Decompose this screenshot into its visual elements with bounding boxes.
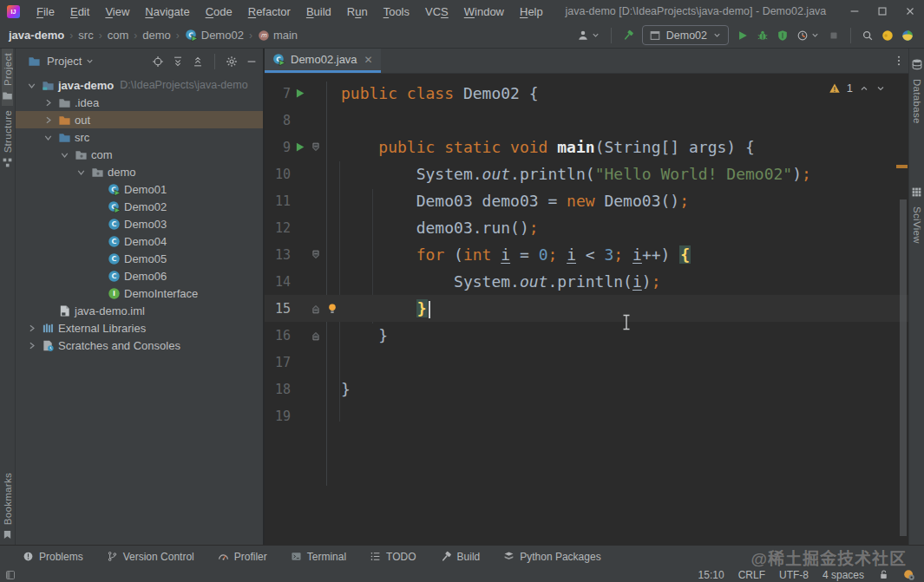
line-number[interactable]: 7 — [265, 86, 291, 101]
tool-stripe-button-sciview[interactable]: SciView — [911, 182, 922, 248]
menu-run[interactable]: Run — [339, 1, 376, 23]
line-number[interactable]: 9 — [265, 140, 291, 155]
select-opened-file-button[interactable] — [152, 56, 164, 68]
status-indent-config[interactable]: 4 spaces — [822, 569, 864, 581]
expand-all-button[interactable] — [172, 56, 184, 68]
tool-window-button-profiler[interactable]: Profiler — [218, 551, 267, 563]
tool-window-button-terminal[interactable]: Terminal — [291, 551, 346, 563]
settings-circle-icon[interactable] — [903, 569, 915, 581]
tool-window-button-python-packages[interactable]: Python Packages — [503, 551, 600, 563]
breadcrumb-item-demo[interactable]: demo — [142, 29, 171, 42]
line-number[interactable]: 13 — [265, 247, 291, 263]
status-file-encoding[interactable]: UTF-8 — [779, 569, 809, 581]
tree-item-demo01[interactable]: CDemo01 — [16, 180, 263, 198]
menu-help[interactable]: Help — [512, 1, 551, 23]
fold-up-icon[interactable] — [308, 303, 324, 315]
breadcrumb-item-com[interactable]: com — [108, 29, 129, 42]
tree-item--idea[interactable]: .idea — [16, 94, 263, 111]
menu-navigate[interactable]: Navigate — [137, 1, 197, 23]
tree-item-java-demo-iml[interactable]: java-demo.iml — [16, 302, 263, 319]
tree-chevron-open-icon[interactable] — [73, 167, 89, 178]
menu-edit[interactable]: Edit — [62, 1, 97, 23]
code-line-10[interactable]: 10 System.out.println("Hello World! Demo… — [265, 160, 908, 187]
tool-window-button-problems[interactable]: Problems — [23, 551, 83, 563]
run-button[interactable] — [737, 29, 749, 42]
tree-item-com[interactable]: com — [16, 146, 263, 163]
tree-chevron-closed-icon[interactable] — [40, 97, 56, 108]
run-line-icon[interactable] — [291, 141, 308, 153]
warning-stripe-mark[interactable] — [896, 165, 908, 168]
tree-item-src[interactable]: src — [16, 128, 263, 146]
line-number[interactable]: 18 — [265, 382, 291, 397]
line-number[interactable]: 11 — [265, 193, 291, 209]
tool-window-button-version-control[interactable]: Version Control — [107, 551, 194, 563]
menu-window[interactable]: Window — [456, 1, 512, 23]
inspection-widget[interactable]: 1 — [829, 82, 886, 95]
tree-item-demo05[interactable]: CDemo05 — [16, 250, 263, 267]
line-number[interactable]: 15 — [265, 301, 291, 317]
avatar-icon[interactable] — [881, 29, 894, 42]
fold-up-icon[interactable] — [308, 330, 324, 342]
close-button[interactable] — [896, 0, 924, 23]
menu-refactor[interactable]: Refactor — [240, 1, 298, 23]
code-line-14[interactable]: 14 System.out.println(i); — [265, 268, 908, 295]
tree-item-external-libraries[interactable]: External Libraries — [16, 319, 263, 337]
code-line-18[interactable]: 18} — [265, 376, 908, 402]
tool-window-switcher-icon[interactable] — [5, 570, 16, 580]
menu-tools[interactable]: Tools — [376, 1, 417, 23]
build-project-button[interactable] — [622, 29, 634, 42]
line-number[interactable]: 12 — [265, 220, 291, 236]
code-line-8[interactable]: 8 — [265, 107, 908, 134]
code-line-15[interactable]: 15 } — [265, 295, 908, 322]
line-number[interactable]: 17 — [265, 355, 291, 370]
tree-item-demo03[interactable]: CDemo03 — [16, 215, 263, 232]
tab-close-icon[interactable]: ✕ — [364, 54, 373, 66]
tree-item-scratches-and-consoles[interactable]: Scratches and Consoles — [16, 337, 263, 354]
tree-chevron-open-icon[interactable] — [56, 149, 73, 160]
menu-view[interactable]: View — [97, 1, 137, 23]
tab-demo02[interactable]: C Demo02.java ✕ — [265, 49, 381, 73]
breadcrumb-item-main[interactable]: mmain — [258, 29, 298, 42]
run-configuration-select[interactable]: Demo02 — [642, 25, 729, 45]
code-editor[interactable]: 7public class Demo02 {89 public static v… — [265, 80, 908, 429]
stop-button[interactable] — [828, 29, 840, 42]
code-line-11[interactable]: 11 Demo03 demo03 = new Demo03(); — [265, 187, 908, 214]
maximize-button[interactable] — [868, 0, 896, 23]
hide-panel-button[interactable] — [246, 56, 258, 68]
code-line-16[interactable]: 16 } — [265, 322, 908, 349]
lock-icon[interactable] — [878, 569, 889, 580]
tree-item-java-demo[interactable]: java-demoD:\IdeaProjects\java-demo — [16, 76, 263, 94]
tool-window-button-build[interactable]: Build — [440, 551, 481, 563]
minimize-button[interactable] — [841, 0, 868, 23]
line-number[interactable]: 19 — [265, 409, 291, 424]
plugin-sphere-icon[interactable] — [901, 29, 914, 42]
tool-stripe-button-project[interactable]: Project — [2, 49, 13, 106]
tool-stripe-button-structure[interactable]: Structure — [2, 106, 13, 173]
status-caret-position[interactable]: 15:10 — [698, 569, 724, 581]
fold-down-icon[interactable] — [308, 249, 324, 261]
menu-vcs[interactable]: VCS — [417, 1, 456, 23]
debug-button[interactable] — [757, 29, 769, 42]
code-line-7[interactable]: 7public class Demo02 { — [265, 80, 908, 107]
tree-chevron-closed-icon[interactable] — [23, 340, 40, 351]
project-panel-title[interactable]: Project — [47, 55, 82, 68]
run-with-coverage-button[interactable] — [777, 29, 789, 42]
next-warning-icon[interactable] — [875, 83, 886, 94]
user-menu-button[interactable] — [577, 29, 600, 42]
code-line-13[interactable]: 13 for (int i = 0; i < 3; i++) { — [265, 241, 908, 268]
tool-window-button-todo[interactable]: TODO — [370, 551, 416, 563]
intention-bulb-icon[interactable] — [324, 303, 341, 315]
line-number[interactable]: 10 — [265, 167, 291, 182]
fold-down-icon[interactable] — [308, 141, 324, 154]
code-line-12[interactable]: 12 demo03.run(); — [265, 214, 908, 241]
breadcrumb-item-java-demo[interactable]: java-demo — [9, 29, 64, 42]
run-line-icon[interactable] — [291, 88, 308, 99]
line-number[interactable]: 8 — [265, 113, 291, 128]
tree-item-out[interactable]: out — [16, 111, 263, 128]
status-line-endings[interactable]: CRLF — [738, 569, 765, 581]
breadcrumb-item-demo02[interactable]: CDemo02 — [185, 29, 244, 42]
tree-item-demointerface[interactable]: IDemoInterface — [16, 284, 263, 302]
code-line-9[interactable]: 9 public static void main(String[] args)… — [265, 134, 908, 160]
tree-chevron-open-icon[interactable] — [23, 80, 40, 91]
tree-item-demo02[interactable]: CDemo02 — [16, 198, 263, 215]
